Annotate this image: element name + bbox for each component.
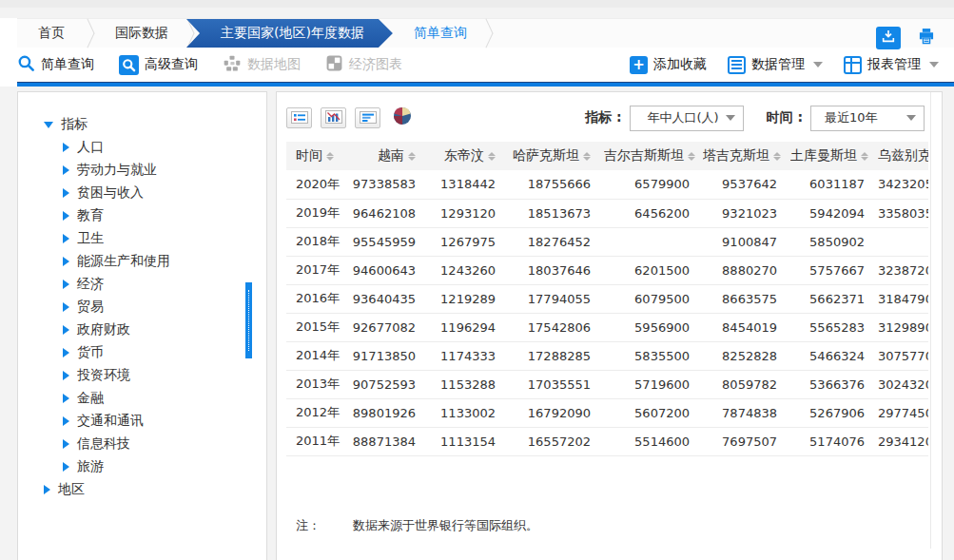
- tree-item-投资环境[interactable]: 投资环境: [18, 364, 266, 387]
- pie-chart-view-button[interactable]: [389, 107, 415, 128]
- triangle-right-icon[interactable]: [63, 188, 69, 198]
- tree-item-金融[interactable]: 金融: [18, 387, 266, 410]
- triangle-right-icon[interactable]: [63, 439, 69, 449]
- column-label: 土库曼斯坦: [790, 147, 857, 164]
- tree-item-旅游[interactable]: 旅游: [18, 455, 266, 478]
- tree-item-label: 货币: [77, 344, 104, 361]
- year-cell: 2014年: [286, 341, 345, 370]
- tree-item-人口[interactable]: 人口: [18, 136, 266, 159]
- tree-item-劳动力与就业[interactable]: 劳动力与就业: [18, 159, 266, 182]
- time-select-value: 最近10年: [825, 109, 904, 126]
- footnote-text: 数据来源于世界银行等国际组织。: [353, 518, 538, 532]
- sort-icon[interactable]: [688, 152, 695, 161]
- value-cell: 17542806: [509, 313, 604, 341]
- map-icon: [223, 54, 242, 76]
- tree-item-label: 劳动力与就业: [77, 162, 157, 179]
- column-header-时间[interactable]: 时间: [286, 142, 345, 170]
- value-cell: 8059782: [703, 370, 790, 398]
- column-header-哈萨克斯坦[interactable]: 哈萨克斯坦: [509, 142, 604, 170]
- value-cell: 5174076: [790, 427, 878, 455]
- list-view-button[interactable]: [286, 107, 312, 128]
- sort-icon[interactable]: [488, 152, 496, 161]
- add-favorite-button[interactable]: + 添加收藏: [630, 56, 707, 74]
- triangle-down-icon[interactable]: [44, 122, 53, 128]
- value-cell: 5466324: [790, 341, 878, 370]
- triangle-right-icon[interactable]: [63, 234, 69, 243]
- indicator-tree-panel: 指标人口劳动力与就业贫困与收入教育卫生能源生产和使用经济贸易政府财政货币投资环境…: [17, 91, 267, 560]
- breadcrumb-international-data[interactable]: 国际数据: [98, 19, 185, 48]
- download-button[interactable]: [876, 27, 901, 49]
- triangle-right-icon[interactable]: [63, 165, 69, 175]
- value-cell: 1133002: [429, 398, 509, 427]
- triangle-right-icon[interactable]: [44, 485, 50, 494]
- triangle-right-icon[interactable]: [63, 257, 69, 266]
- tree-item-贫困与收入[interactable]: 贫困与收入: [18, 182, 266, 204]
- tree-item-指标[interactable]: 指标: [18, 113, 266, 136]
- time-select[interactable]: 最近10年: [810, 106, 925, 131]
- tree-item-卫生[interactable]: 卫生: [18, 227, 266, 250]
- bar-chart-view-button[interactable]: [321, 107, 346, 128]
- triangle-right-icon[interactable]: [63, 348, 69, 357]
- chevron-down-icon: [813, 62, 823, 68]
- column-header-塔吉克斯坦[interactable]: 塔吉克斯坦: [703, 142, 790, 170]
- toolbar-economic-charts: 经济图表: [325, 54, 402, 75]
- chevron-down-icon: [906, 115, 916, 121]
- value-cell: 18755666: [509, 170, 604, 199]
- triangle-right-icon[interactable]: [63, 325, 69, 335]
- column-header-吉尔吉斯斯坦[interactable]: 吉尔吉斯斯坦: [604, 142, 703, 170]
- top-strip: [0, 0, 954, 8]
- toolbar-advanced-query[interactable]: 高级查询: [119, 55, 198, 75]
- triangle-right-icon[interactable]: [63, 371, 69, 380]
- value-cell: 1219289: [429, 284, 509, 313]
- tree-item-教育[interactable]: 教育: [18, 204, 266, 227]
- tree-item-信息科技[interactable]: 信息科技: [18, 433, 266, 455]
- value-cell: 34232050: [878, 170, 928, 199]
- value-cell: 5662371: [790, 284, 878, 313]
- triangle-right-icon[interactable]: [63, 143, 69, 152]
- print-button[interactable]: [914, 27, 939, 49]
- breadcrumb-home[interactable]: 首页: [17, 19, 86, 48]
- condition-view-button[interactable]: [355, 107, 380, 128]
- panel-splitter-handle[interactable]: [245, 282, 252, 358]
- breadcrumb-simple-query[interactable]: 简单查询: [397, 19, 484, 48]
- tree-item-货币[interactable]: 货币: [18, 341, 266, 364]
- toolbar-label: 经济图表: [349, 56, 402, 73]
- tree-item-经济[interactable]: 经济: [18, 273, 266, 296]
- table-row: 2013年90752593115328817035551571960080597…: [286, 370, 928, 398]
- tree-item-地区[interactable]: 地区: [18, 478, 266, 501]
- sort-icon[interactable]: [861, 152, 868, 161]
- column-label: 时间: [296, 147, 322, 164]
- value-cell: 5565283: [790, 313, 878, 341]
- sort-icon[interactable]: [583, 152, 591, 161]
- triangle-right-icon[interactable]: [63, 416, 69, 426]
- triangle-right-icon[interactable]: [63, 280, 69, 289]
- tree-item-能源生产和使用[interactable]: 能源生产和使用: [18, 250, 266, 273]
- main-panel: 指标 : 年中人口(人) 时间 : 最近10年 时间越南东帝汶哈萨克斯坦吉尔吉斯…: [276, 91, 943, 560]
- column-label: 东帝汶: [444, 147, 484, 164]
- report-management-menu[interactable]: 报表管理: [844, 56, 939, 74]
- sort-icon[interactable]: [326, 152, 334, 161]
- data-management-menu[interactable]: 数据管理: [728, 56, 823, 74]
- triangle-right-icon[interactable]: [63, 462, 69, 472]
- sort-icon[interactable]: [773, 152, 781, 161]
- column-label: 越南: [378, 147, 404, 164]
- table-body: 2020年97338583131844218755666657990095376…: [286, 170, 928, 455]
- indicator-select[interactable]: 年中人口(人): [630, 106, 744, 131]
- value-cell: 8252828: [703, 341, 790, 370]
- tree-item-label: 政府财政: [77, 321, 130, 338]
- sort-icon[interactable]: [408, 152, 416, 161]
- value-cell: 1243260: [429, 256, 509, 284]
- column-header-东帝汶[interactable]: 东帝汶: [429, 142, 509, 170]
- column-header-乌兹别克斯坦[interactable]: 乌兹别克斯坦: [878, 142, 928, 170]
- breadcrumb-annual-data-active[interactable]: 主要国家(地区)年度数据: [186, 19, 393, 48]
- column-header-土库曼斯坦[interactable]: 土库曼斯坦: [790, 142, 878, 170]
- triangle-right-icon[interactable]: [63, 394, 69, 403]
- triangle-right-icon[interactable]: [63, 302, 69, 312]
- column-header-越南[interactable]: 越南: [345, 142, 429, 170]
- tree-item-贸易[interactable]: 贸易: [18, 296, 266, 319]
- triangle-right-icon[interactable]: [63, 211, 69, 221]
- tree-item-政府财政[interactable]: 政府财政: [18, 319, 266, 341]
- value-cell: 16792090: [509, 398, 604, 427]
- tree-item-交通和通讯[interactable]: 交通和通讯: [18, 410, 266, 433]
- toolbar-simple-query[interactable]: 简单查询: [17, 54, 94, 75]
